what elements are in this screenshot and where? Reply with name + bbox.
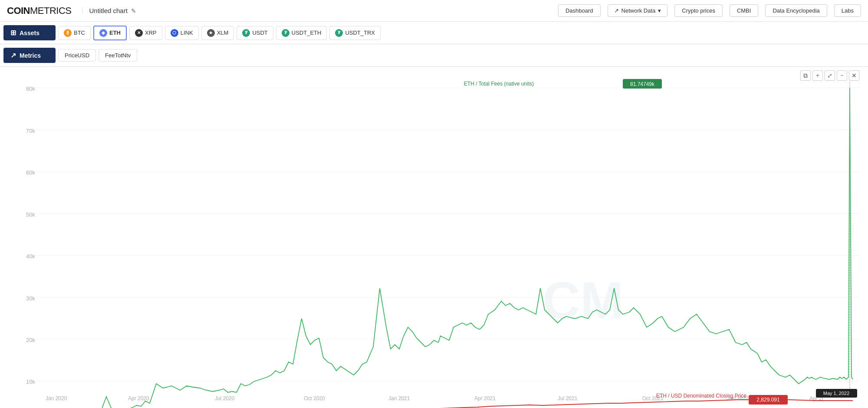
xrp-label: XRP: [145, 30, 157, 36]
metrics-bar: ↗ Metrics PriceUSD FeeTotNtv: [0, 44, 868, 67]
copy-chart-button[interactable]: ⧉: [800, 70, 811, 81]
metrics-label: Metrics: [20, 52, 41, 59]
metrics-section-btn[interactable]: ↗ Metrics: [3, 48, 56, 63]
header: COINMETRICS Untitled chart ✎ Dashboard ↗…: [0, 0, 868, 22]
y-label-50k: 50k: [26, 211, 35, 218]
asset-chip-link[interactable]: ⬡ LINK: [165, 26, 199, 40]
chart-area: ⧉ ＋ ⤢ － ✕ 80k 70k 60k 50k 40k 30k 20k 10…: [0, 67, 868, 408]
x-label-jul2021: Jul 2021: [558, 395, 578, 401]
asset-chip-usdt-eth[interactable]: ₮ USDT_ETH: [276, 26, 327, 40]
y-label-40k: 40k: [26, 253, 35, 260]
chart-controls: ⧉ ＋ ⤢ － ✕: [800, 70, 859, 81]
x-label-apr2020: Apr 2020: [128, 395, 149, 401]
x-label-oct2020: Oct 2020: [304, 395, 325, 401]
asset-chip-btc[interactable]: ₿ BTC: [58, 26, 91, 40]
asset-chip-usdt-trx[interactable]: ₮ USDT_TRX: [329, 26, 381, 40]
assets-section-btn[interactable]: ⊞ Assets: [3, 25, 56, 40]
tooltip-date-value: May 1, 2022: [823, 391, 850, 396]
usdt-trx-icon: ₮: [335, 29, 343, 37]
x-label-jan2020: Jan 2020: [46, 395, 67, 401]
assets-label: Assets: [20, 30, 39, 36]
btc-icon: ₿: [64, 29, 72, 37]
asset-chip-usdt[interactable]: ₮ USDT: [237, 26, 273, 40]
btc-label: BTC: [74, 30, 85, 36]
usdt-label: USDT: [252, 30, 267, 36]
logo: COINMETRICS: [7, 5, 72, 16]
x-label-apr2021: Apr 2021: [474, 395, 496, 401]
asset-bar: ⊞ Assets ₿ BTC ◆ ETH ✕ XRP ⬡ LINK ★ XLM …: [0, 22, 868, 44]
tooltip-red-value: 2,829.091: [756, 397, 780, 403]
minimize-chart-button[interactable]: －: [837, 70, 847, 81]
usdt-icon: ₮: [242, 29, 250, 37]
logo-coin: COIN: [7, 5, 30, 16]
chart-title-area: Untitled chart ✎: [82, 7, 136, 14]
chart-line-icon: ↗: [614, 7, 619, 14]
assets-layers-icon: ⊞: [10, 29, 16, 37]
add-chart-button[interactable]: ＋: [812, 70, 823, 81]
edit-icon[interactable]: ✎: [131, 7, 136, 14]
link-icon: ⬡: [171, 29, 178, 37]
metric-chip-price-usd[interactable]: PriceUSD: [58, 49, 96, 62]
close-chart-button[interactable]: ✕: [849, 70, 859, 81]
green-line-fees: [48, 88, 853, 408]
tooltip-green-label: ETH / Total Fees (native units): [464, 81, 534, 87]
usdt-eth-icon: ₮: [282, 29, 289, 37]
y-label-10k: 10k: [26, 378, 35, 385]
nav-labs[interactable]: Labs: [834, 4, 861, 17]
nav-network-data[interactable]: ↗ Network Data ▾: [608, 4, 668, 17]
y-label-70k: 70k: [26, 128, 35, 134]
x-label-jan2021: Jan 2021: [388, 395, 410, 401]
link-label: LINK: [181, 30, 193, 36]
xrp-icon: ✕: [135, 29, 143, 37]
y-label-60k: 60k: [26, 169, 35, 176]
y-label-30k: 30k: [26, 295, 35, 302]
y-label-20k: 20k: [26, 337, 35, 343]
xlm-label: XLM: [217, 30, 229, 36]
nav-crypto-prices[interactable]: Crypto prices: [674, 4, 723, 17]
eth-label: ETH: [109, 30, 121, 36]
logo-metrics: METRICS: [30, 5, 72, 16]
nav-cmbi[interactable]: CMBI: [730, 4, 759, 17]
asset-chip-xlm[interactable]: ★ XLM: [201, 26, 234, 40]
nav-network-data-label: Network Data: [621, 7, 656, 14]
usdt-trx-label: USDT_TRX: [345, 30, 375, 36]
y-label-80k: 80k: [26, 86, 35, 92]
xlm-icon: ★: [207, 29, 215, 37]
nav-dashboard[interactable]: Dashboard: [558, 4, 601, 17]
resize-chart-button[interactable]: ⤢: [825, 70, 835, 81]
price-usd-label: PriceUSD: [65, 52, 89, 59]
usdt-eth-label: USDT_ETH: [292, 30, 322, 36]
tooltip-green-value: 81.74749k: [630, 81, 655, 87]
chevron-down-icon: ▾: [658, 7, 661, 14]
asset-chip-eth[interactable]: ◆ ETH: [93, 26, 127, 40]
chart-title-text: Untitled chart: [89, 7, 128, 14]
metric-chip-fee-tot-ntv[interactable]: FeeTotNtv: [99, 49, 137, 62]
eth-icon: ◆: [99, 29, 107, 37]
chart-svg: 80k 70k 60k 50k 40k 30k 20k 10k CM Jan 2…: [0, 67, 868, 408]
tooltip-red-label: ETH / USD Denominated Closing Price: [656, 393, 746, 399]
nav-data-encyclopedia[interactable]: Data Encyclopedia: [765, 4, 827, 17]
fee-tot-ntv-label: FeeTotNtv: [105, 52, 131, 59]
metrics-chart-icon: ↗: [10, 51, 16, 59]
asset-chip-xrp[interactable]: ✕ XRP: [129, 26, 162, 40]
x-label-jul2020: Jul 2020: [215, 395, 235, 401]
